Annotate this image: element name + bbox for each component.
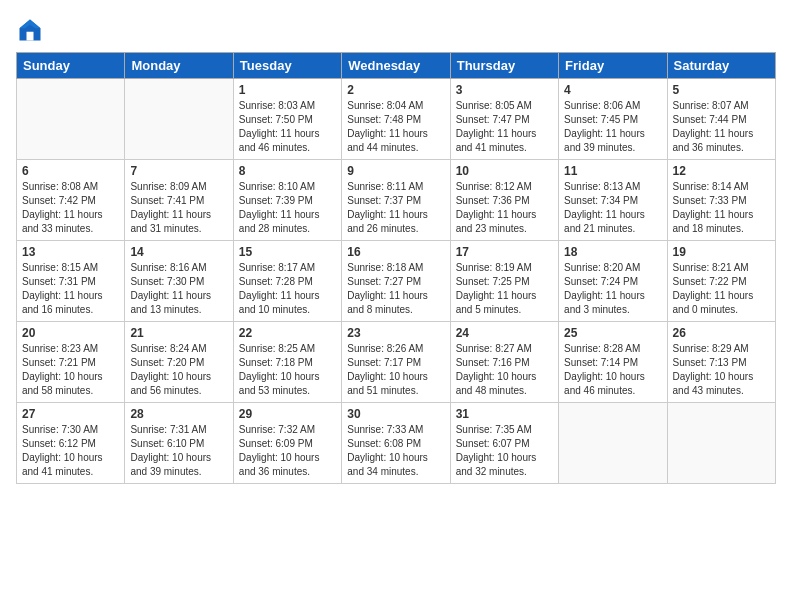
- day-number: 10: [456, 164, 553, 178]
- day-number: 18: [564, 245, 661, 259]
- calendar-cell: [667, 403, 775, 484]
- day-number: 15: [239, 245, 336, 259]
- calendar-cell: 23Sunrise: 8:26 AM Sunset: 7:17 PM Dayli…: [342, 322, 450, 403]
- day-content: Sunrise: 8:28 AM Sunset: 7:14 PM Dayligh…: [564, 342, 661, 398]
- calendar-cell: 16Sunrise: 8:18 AM Sunset: 7:27 PM Dayli…: [342, 241, 450, 322]
- day-number: 23: [347, 326, 444, 340]
- calendar-cell: 24Sunrise: 8:27 AM Sunset: 7:16 PM Dayli…: [450, 322, 558, 403]
- week-row-1: 1Sunrise: 8:03 AM Sunset: 7:50 PM Daylig…: [17, 79, 776, 160]
- day-content: Sunrise: 7:35 AM Sunset: 6:07 PM Dayligh…: [456, 423, 553, 479]
- day-content: Sunrise: 8:07 AM Sunset: 7:44 PM Dayligh…: [673, 99, 770, 155]
- day-number: 21: [130, 326, 227, 340]
- day-number: 8: [239, 164, 336, 178]
- calendar-cell: 13Sunrise: 8:15 AM Sunset: 7:31 PM Dayli…: [17, 241, 125, 322]
- day-content: Sunrise: 8:11 AM Sunset: 7:37 PM Dayligh…: [347, 180, 444, 236]
- day-content: Sunrise: 8:19 AM Sunset: 7:25 PM Dayligh…: [456, 261, 553, 317]
- day-content: Sunrise: 7:33 AM Sunset: 6:08 PM Dayligh…: [347, 423, 444, 479]
- day-content: Sunrise: 8:20 AM Sunset: 7:24 PM Dayligh…: [564, 261, 661, 317]
- day-number: 19: [673, 245, 770, 259]
- day-content: Sunrise: 8:23 AM Sunset: 7:21 PM Dayligh…: [22, 342, 119, 398]
- calendar-cell: 20Sunrise: 8:23 AM Sunset: 7:21 PM Dayli…: [17, 322, 125, 403]
- calendar-cell: [17, 79, 125, 160]
- column-header-wednesday: Wednesday: [342, 53, 450, 79]
- column-header-friday: Friday: [559, 53, 667, 79]
- svg-rect-2: [27, 32, 34, 41]
- calendar-cell: [125, 79, 233, 160]
- column-header-monday: Monday: [125, 53, 233, 79]
- page-header: [16, 16, 776, 44]
- calendar-cell: 31Sunrise: 7:35 AM Sunset: 6:07 PM Dayli…: [450, 403, 558, 484]
- day-content: Sunrise: 8:21 AM Sunset: 7:22 PM Dayligh…: [673, 261, 770, 317]
- calendar-cell: 6Sunrise: 8:08 AM Sunset: 7:42 PM Daylig…: [17, 160, 125, 241]
- calendar-cell: 10Sunrise: 8:12 AM Sunset: 7:36 PM Dayli…: [450, 160, 558, 241]
- week-row-3: 13Sunrise: 8:15 AM Sunset: 7:31 PM Dayli…: [17, 241, 776, 322]
- logo: [16, 16, 48, 44]
- calendar-cell: 2Sunrise: 8:04 AM Sunset: 7:48 PM Daylig…: [342, 79, 450, 160]
- day-number: 12: [673, 164, 770, 178]
- day-content: Sunrise: 8:05 AM Sunset: 7:47 PM Dayligh…: [456, 99, 553, 155]
- day-content: Sunrise: 8:08 AM Sunset: 7:42 PM Dayligh…: [22, 180, 119, 236]
- day-number: 5: [673, 83, 770, 97]
- calendar-cell: 8Sunrise: 8:10 AM Sunset: 7:39 PM Daylig…: [233, 160, 341, 241]
- day-content: Sunrise: 8:14 AM Sunset: 7:33 PM Dayligh…: [673, 180, 770, 236]
- calendar-cell: 22Sunrise: 8:25 AM Sunset: 7:18 PM Dayli…: [233, 322, 341, 403]
- day-content: Sunrise: 8:04 AM Sunset: 7:48 PM Dayligh…: [347, 99, 444, 155]
- day-number: 7: [130, 164, 227, 178]
- calendar-cell: 25Sunrise: 8:28 AM Sunset: 7:14 PM Dayli…: [559, 322, 667, 403]
- day-number: 16: [347, 245, 444, 259]
- calendar-header-row: SundayMondayTuesdayWednesdayThursdayFrid…: [17, 53, 776, 79]
- calendar-cell: 12Sunrise: 8:14 AM Sunset: 7:33 PM Dayli…: [667, 160, 775, 241]
- week-row-4: 20Sunrise: 8:23 AM Sunset: 7:21 PM Dayli…: [17, 322, 776, 403]
- day-content: Sunrise: 8:18 AM Sunset: 7:27 PM Dayligh…: [347, 261, 444, 317]
- calendar-cell: 27Sunrise: 7:30 AM Sunset: 6:12 PM Dayli…: [17, 403, 125, 484]
- day-content: Sunrise: 7:31 AM Sunset: 6:10 PM Dayligh…: [130, 423, 227, 479]
- day-number: 26: [673, 326, 770, 340]
- day-number: 3: [456, 83, 553, 97]
- calendar-cell: 14Sunrise: 8:16 AM Sunset: 7:30 PM Dayli…: [125, 241, 233, 322]
- day-number: 20: [22, 326, 119, 340]
- calendar-cell: 11Sunrise: 8:13 AM Sunset: 7:34 PM Dayli…: [559, 160, 667, 241]
- day-number: 28: [130, 407, 227, 421]
- calendar-cell: 15Sunrise: 8:17 AM Sunset: 7:28 PM Dayli…: [233, 241, 341, 322]
- day-number: 11: [564, 164, 661, 178]
- calendar-cell: 29Sunrise: 7:32 AM Sunset: 6:09 PM Dayli…: [233, 403, 341, 484]
- day-number: 22: [239, 326, 336, 340]
- day-number: 9: [347, 164, 444, 178]
- column-header-sunday: Sunday: [17, 53, 125, 79]
- day-number: 1: [239, 83, 336, 97]
- day-content: Sunrise: 8:12 AM Sunset: 7:36 PM Dayligh…: [456, 180, 553, 236]
- day-content: Sunrise: 7:30 AM Sunset: 6:12 PM Dayligh…: [22, 423, 119, 479]
- day-content: Sunrise: 8:15 AM Sunset: 7:31 PM Dayligh…: [22, 261, 119, 317]
- week-row-5: 27Sunrise: 7:30 AM Sunset: 6:12 PM Dayli…: [17, 403, 776, 484]
- day-number: 4: [564, 83, 661, 97]
- day-content: Sunrise: 8:06 AM Sunset: 7:45 PM Dayligh…: [564, 99, 661, 155]
- day-number: 29: [239, 407, 336, 421]
- day-content: Sunrise: 8:29 AM Sunset: 7:13 PM Dayligh…: [673, 342, 770, 398]
- day-number: 25: [564, 326, 661, 340]
- day-content: Sunrise: 7:32 AM Sunset: 6:09 PM Dayligh…: [239, 423, 336, 479]
- column-header-saturday: Saturday: [667, 53, 775, 79]
- day-content: Sunrise: 8:16 AM Sunset: 7:30 PM Dayligh…: [130, 261, 227, 317]
- day-content: Sunrise: 8:10 AM Sunset: 7:39 PM Dayligh…: [239, 180, 336, 236]
- day-content: Sunrise: 8:24 AM Sunset: 7:20 PM Dayligh…: [130, 342, 227, 398]
- day-content: Sunrise: 8:17 AM Sunset: 7:28 PM Dayligh…: [239, 261, 336, 317]
- day-number: 14: [130, 245, 227, 259]
- logo-icon: [16, 16, 44, 44]
- day-content: Sunrise: 8:26 AM Sunset: 7:17 PM Dayligh…: [347, 342, 444, 398]
- calendar-cell: 21Sunrise: 8:24 AM Sunset: 7:20 PM Dayli…: [125, 322, 233, 403]
- calendar-cell: 1Sunrise: 8:03 AM Sunset: 7:50 PM Daylig…: [233, 79, 341, 160]
- day-number: 31: [456, 407, 553, 421]
- calendar-cell: 19Sunrise: 8:21 AM Sunset: 7:22 PM Dayli…: [667, 241, 775, 322]
- calendar-cell: 5Sunrise: 8:07 AM Sunset: 7:44 PM Daylig…: [667, 79, 775, 160]
- day-content: Sunrise: 8:13 AM Sunset: 7:34 PM Dayligh…: [564, 180, 661, 236]
- day-content: Sunrise: 8:09 AM Sunset: 7:41 PM Dayligh…: [130, 180, 227, 236]
- calendar-cell: 9Sunrise: 8:11 AM Sunset: 7:37 PM Daylig…: [342, 160, 450, 241]
- day-number: 17: [456, 245, 553, 259]
- column-header-thursday: Thursday: [450, 53, 558, 79]
- calendar-cell: 18Sunrise: 8:20 AM Sunset: 7:24 PM Dayli…: [559, 241, 667, 322]
- day-content: Sunrise: 8:25 AM Sunset: 7:18 PM Dayligh…: [239, 342, 336, 398]
- calendar-cell: 28Sunrise: 7:31 AM Sunset: 6:10 PM Dayli…: [125, 403, 233, 484]
- calendar-cell: 26Sunrise: 8:29 AM Sunset: 7:13 PM Dayli…: [667, 322, 775, 403]
- day-content: Sunrise: 8:27 AM Sunset: 7:16 PM Dayligh…: [456, 342, 553, 398]
- calendar-cell: [559, 403, 667, 484]
